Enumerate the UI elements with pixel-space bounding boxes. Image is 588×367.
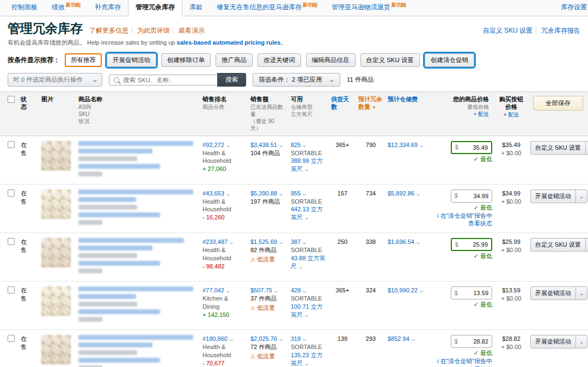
recommendation-button[interactable]: 编辑商品信息 (306, 53, 356, 67)
row-status: 在售 (19, 185, 39, 233)
rank-trend: - 70,677 (203, 359, 246, 367)
sales-amount-link[interactable]: $507.75 (250, 287, 272, 293)
custom-sku-settings-link[interactable]: 自定义 SKU 设置 (483, 27, 532, 34)
save-all-button[interactable]: 全部保存 (533, 96, 583, 111)
units-shipped: 197 件商品 (250, 198, 286, 206)
price-input[interactable] (461, 241, 488, 248)
recommendation-button[interactable]: 创建清仓促销 (425, 53, 474, 67)
sales-rank-link[interactable]: #92,272 (203, 142, 224, 148)
rate-page-link[interactable]: 为此页评级 (132, 27, 170, 34)
price-input[interactable] (460, 338, 488, 345)
product-image (41, 141, 71, 170)
price-input[interactable] (461, 144, 488, 151)
estimated-excess-units: 338 (356, 233, 385, 281)
buybox-price: $25.99 (497, 238, 526, 246)
chevron-down-icon: ⌄ (303, 313, 310, 318)
col-buybox-price: 购买按钮价格 + 配送 (494, 92, 528, 136)
sales-amount-link[interactable]: $2,025.76 (250, 335, 277, 342)
sales-rank-link[interactable]: #180,860 (203, 335, 228, 342)
recommendation-button[interactable]: 开展促销活动 (107, 53, 156, 67)
filter-button[interactable]: 筛选条件： 2 项已应用 ⌄ (253, 73, 340, 87)
watch-demo-link[interactable]: 观看演示 (173, 27, 205, 34)
col-available: 可用 仓储类型 立方英尺 (289, 92, 329, 136)
available-units-link[interactable]: 318 (291, 335, 301, 342)
available-units-link[interactable]: 387 (291, 238, 301, 245)
chevron-down-icon: ⌄ (302, 240, 308, 245)
asin-redacted (78, 302, 137, 307)
pricing-rules-link[interactable]: sales-based automated pricing rules (177, 39, 281, 46)
sales-rank-link[interactable]: #77,042 (203, 287, 224, 293)
buybox-shipping: + $0.00 (497, 295, 526, 303)
nav-tab[interactable]: 管理冗余库存 (128, 0, 182, 16)
nav-tab[interactable]: 绩效新功能 (45, 0, 88, 16)
sales-amount-link[interactable]: $3,438.51 (250, 142, 277, 148)
available-units-link[interactable]: 955 (291, 190, 301, 197)
chevron-down-icon: ⌄ (225, 191, 231, 197)
available-units-link[interactable]: 825 (291, 142, 301, 148)
your-price-cell: $ ✓ 最低i 在“清仓促销”报告中查看状态 (432, 185, 494, 233)
inventory-settings-link[interactable]: 库存设置 (555, 0, 588, 16)
sales-amount-link[interactable]: $1,525.69 (250, 238, 277, 245)
price-input[interactable] (460, 290, 488, 296)
rank-trend: + 27,060 (203, 165, 246, 173)
row-checkbox[interactable] (8, 141, 15, 148)
available-units-link[interactable]: 428 (291, 287, 301, 293)
row-checkbox[interactable] (8, 286, 15, 293)
chevron-down-icon: ⌄ (575, 287, 587, 299)
search-input[interactable] (123, 77, 210, 83)
storage-fee-link[interactable]: $5,892.86 (388, 190, 414, 197)
nav-tab[interactable]: 库龄 (182, 0, 210, 16)
nav-tab[interactable]: 补充库存 (88, 0, 128, 16)
col-excess-units[interactable]: 预计冗余数量 ▼ (356, 92, 385, 136)
recommendation-button[interactable]: 所有推荐 (65, 53, 102, 67)
buybox-price: $13.59 (497, 286, 526, 295)
chevron-down-icon: ⌄ (303, 361, 310, 366)
table-body: 在售 #92,272⌄ Health & Household + 27,060 … (0, 136, 588, 367)
sales-amount-link[interactable]: $5,390.88 (250, 190, 277, 197)
row-action-button[interactable]: 开展促销活动 ⌄ (530, 335, 587, 348)
chevron-down-icon: ⌄ (575, 335, 587, 348)
price-input[interactable] (460, 193, 488, 199)
excess-inventory-report-link[interactable]: 冗余库存报告 (536, 27, 580, 34)
warning-icon: ⚠ (250, 256, 255, 262)
nav-tab[interactable]: 控制面板 (4, 0, 45, 16)
col-storage-fee[interactable]: 预计仓储费 (385, 92, 432, 136)
units-shipped: 72 件商品 (250, 343, 286, 351)
row-action-button[interactable]: 自定义 SKU 设置 ⌄ (530, 238, 588, 252)
recommendation-button[interactable]: 推广商品 (216, 53, 253, 67)
buybox-cell: $28.82 + $0.00 (494, 330, 528, 367)
sales-rank-link[interactable]: #233,487 (203, 238, 228, 245)
product-name-redacted (76, 185, 200, 233)
recommendation-button[interactable]: 改进关键词 (258, 53, 301, 67)
recommendation-button[interactable]: 创建移除订单 (161, 53, 211, 67)
sku-redacted (78, 261, 160, 266)
chevron-down-icon: ⌄ (415, 191, 421, 197)
storage-fee-link[interactable]: $12,334.69 (388, 142, 418, 148)
table-row: 在售 #233,487⌄ Health & Household - 98,482… (0, 233, 588, 282)
row-action-button[interactable]: 开展促销活动 ⌄ (530, 189, 587, 203)
row-action-button[interactable]: 开展促销活动 ⌄ (530, 286, 587, 300)
storage-fee-link[interactable]: $10,990.22 (388, 287, 418, 293)
storage-fee-link[interactable]: $1,696.54 (388, 238, 414, 245)
table-row: 在售 #77,042⌄ Kitchen & Dining + 142,150 $… (0, 282, 588, 330)
price-input-box: $ (451, 141, 492, 154)
col-days-supply[interactable]: 供货天数 (329, 92, 356, 136)
learn-more-link[interactable]: 了解更多信息 (89, 27, 128, 34)
row-checkbox[interactable] (8, 238, 15, 245)
select-all-checkbox[interactable] (8, 96, 15, 103)
volume-link[interactable]: 43.88 立方英尺 (291, 255, 326, 270)
row-checkbox[interactable] (8, 335, 15, 342)
row-action-button[interactable]: 自定义 SKU 设置 ⌄ (530, 141, 588, 155)
row-checkbox[interactable] (8, 189, 15, 197)
bulk-action-dropdown[interactable]: 对 0 件选定商品执行操作 ⌄ (8, 73, 102, 87)
chevron-down-icon: ⌄ (302, 288, 308, 293)
storage-type: SORTABLE (291, 149, 327, 157)
nav-tab[interactable]: 修复无在售信息的亚马逊库存新功能 (210, 0, 324, 16)
sales-rank-link[interactable]: #43,653 (203, 190, 224, 197)
nav-tab[interactable]: 管理亚马逊物流退货新功能 (324, 0, 413, 16)
search-button[interactable]: 搜索 (217, 73, 246, 87)
storage-fee-link[interactable]: $852.94 (388, 335, 409, 342)
recommendation-button[interactable]: 自定义 SKU 设置 (360, 53, 420, 67)
chevron-down-icon: ⌄ (225, 143, 231, 148)
chevron-down-icon: ⌄ (302, 143, 308, 148)
